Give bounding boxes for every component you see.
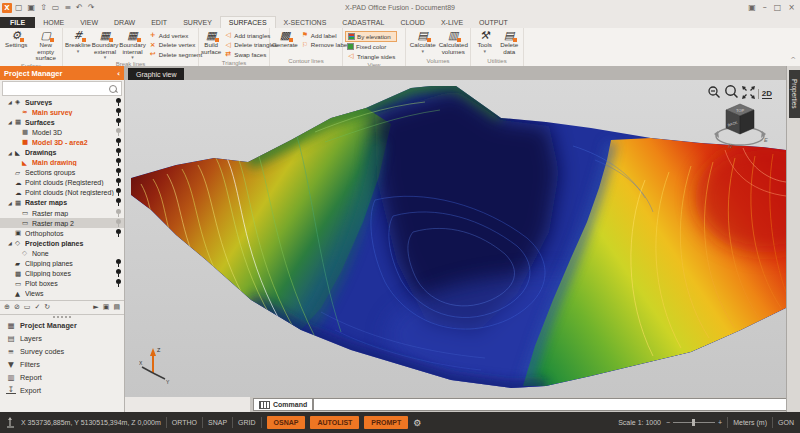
tree-item-raster-map[interactable]: ▭Raster map — [0, 208, 124, 218]
tree-item-main-drawing[interactable]: ◣Main drawing — [0, 158, 124, 168]
tree-item-surfaces[interactable]: ◢▦Surfaces — [0, 117, 124, 127]
tree-item-clipping-boxes[interactable]: ▩Clipping boxes — [0, 269, 124, 279]
save-icon[interactable]: ▣ — [28, 3, 36, 12]
tab-home[interactable]: HOME — [35, 17, 72, 28]
pin-icon[interactable] — [116, 229, 121, 238]
tab-file[interactable]: FILE — [0, 17, 35, 28]
collapse-ribbon-icon[interactable]: ^ — [790, 56, 796, 64]
tab-surfaces[interactable]: SURFACES — [220, 16, 276, 28]
tree-item-model-3d-area2[interactable]: ■Model 3D - area2 — [0, 137, 124, 147]
pin-icon[interactable] — [116, 188, 121, 197]
tab-cloud[interactable]: CLOUD — [392, 17, 433, 28]
command-tab[interactable]: Command — [253, 398, 313, 411]
delete-segment-button[interactable]: ↩ Delete segment — [147, 50, 204, 59]
pin-icon[interactable] — [116, 279, 121, 288]
sidebar-item-survey-codes[interactable]: ≡Survey codes — [0, 345, 124, 358]
sidebar-item-export[interactable]: ↧Export — [0, 384, 124, 397]
navigation-cube[interactable]: TOP BACK N E — [712, 100, 770, 154]
tree-item-surveys[interactable]: ◢◈Surveys — [0, 97, 124, 107]
tree-item-raster-map-2[interactable]: ▭Raster map 2 — [0, 218, 124, 228]
tree-item-drawings[interactable]: ◢◣Drawings — [0, 147, 124, 157]
pin-icon[interactable] — [116, 219, 121, 228]
tree-item-plot-boxes[interactable]: ▭Plot boxes — [0, 279, 124, 289]
delete-vertex-button[interactable]: × Delete vertex — [147, 41, 204, 50]
pin-icon[interactable] — [116, 178, 121, 187]
sidebar-item-report[interactable]: ▥Report — [0, 371, 124, 384]
expander-icon[interactable]: ◢ — [8, 119, 15, 125]
comment-icon[interactable]: ▭ — [24, 303, 31, 311]
triangle-sides-button[interactable]: ◁ Triangle sides — [345, 52, 397, 61]
fixed-color-button[interactable]: Fixed color — [345, 43, 397, 52]
pin-icon[interactable] — [116, 108, 121, 117]
expander-icon[interactable]: ◢ — [8, 200, 15, 206]
tree-item-none[interactable]: ◇None — [0, 248, 124, 258]
pin-icon[interactable] — [116, 198, 121, 207]
paste-icon[interactable]: ▤ — [113, 303, 120, 311]
apply-icon[interactable]: ✓ — [34, 303, 40, 311]
tree-item-main-survey[interactable]: ≈Main survey — [0, 107, 124, 117]
pin-icon[interactable] — [116, 138, 121, 147]
tab-survey[interactable]: SURVEY — [175, 17, 220, 28]
import-icon[interactable]: ⇧ — [40, 3, 47, 12]
tree-item-sections-groups[interactable]: ▱Sections groups — [0, 168, 124, 178]
copy-icon[interactable]: ▣ — [103, 303, 110, 311]
tab-x-live[interactable]: X-LIVE — [433, 17, 471, 28]
tab-view[interactable]: VIEW — [72, 17, 106, 28]
tab-output[interactable]: OUTPUT — [471, 17, 516, 28]
tab-draw[interactable]: DRAW — [106, 17, 143, 28]
search-icon[interactable] — [109, 85, 117, 93]
calculate-button[interactable]: ▤ Calculate ▾ — [408, 29, 438, 54]
pin-icon[interactable] — [116, 259, 121, 268]
tools-button[interactable]: ⚒ Tools ▾ — [473, 29, 497, 54]
collapse-panel-icon[interactable]: ‹ — [117, 69, 120, 78]
delete-data-button[interactable]: ▤ Delete data — [498, 29, 522, 55]
units-readout[interactable]: Meters (m) — [733, 419, 767, 426]
new-empty-surface-button[interactable]: ▢ New empty surface — [32, 29, 61, 62]
sidebar-item-filters[interactable]: ▼Filters — [0, 358, 124, 371]
pin-icon[interactable] — [116, 168, 121, 177]
sidebar-item-layers[interactable]: ▤Layers — [0, 332, 124, 345]
tree-item-point-clouds-registered[interactable]: ☁Point clouds (Registered) — [0, 178, 124, 188]
delete-icon[interactable]: ⊘ — [14, 303, 20, 311]
status-settings-icon[interactable]: ⚙ — [413, 418, 421, 428]
help-style-icon[interactable]: ▣ — [748, 3, 756, 12]
toggle-snap[interactable]: SNAP — [208, 419, 227, 426]
pin-icon[interactable] — [116, 158, 121, 167]
angle-units-readout[interactable]: GON — [778, 419, 794, 426]
search-input[interactable] — [3, 84, 109, 93]
calculated-volumes-button[interactable]: ▥ Calculated volumes — [439, 29, 469, 55]
pin-icon[interactable] — [116, 148, 121, 157]
by-elevation-button[interactable]: By elevation — [345, 31, 397, 42]
pin-icon[interactable] — [116, 128, 121, 137]
sidebar-item-project-manager[interactable]: ▦Project Manager — [0, 319, 124, 332]
undo-icon[interactable]: ↶ — [76, 3, 83, 12]
new-document-icon[interactable]: ▢ — [15, 3, 23, 12]
toggle-ortho[interactable]: ORTHO — [172, 419, 197, 426]
slider-thumb[interactable] — [692, 419, 695, 426]
expander-icon[interactable]: ◢ — [8, 240, 15, 246]
tree-item-orthophotos[interactable]: ▣Orthophotos — [0, 228, 124, 238]
close-icon[interactable]: × — [788, 3, 795, 12]
refresh-icon[interactable]: ↻ — [44, 303, 50, 311]
toggle-grid[interactable]: GRID — [238, 419, 256, 426]
tree-item-views[interactable]: ▲Views — [0, 289, 124, 299]
add-icon[interactable]: ⊕ — [4, 303, 10, 311]
command-input[interactable] — [313, 398, 800, 411]
slider-plus[interactable]: + — [718, 419, 722, 426]
toggle-autolist[interactable]: AUTOLIST — [310, 416, 359, 429]
list-icon[interactable]: ≡ — [64, 3, 71, 12]
toggle-prompt[interactable]: PROMPT — [364, 416, 408, 429]
tab-properties[interactable]: Properties — [789, 70, 800, 118]
breakline-button[interactable]: # Breakline ▾ — [65, 29, 91, 54]
tree-item-projection-planes[interactable]: ◢◇Projection planes — [0, 238, 124, 248]
tab-graphic-view[interactable]: Graphic view — [128, 68, 184, 80]
boundary-external-button[interactable]: ▦ Boundary external ▾ — [92, 29, 119, 60]
expander-icon[interactable]: ◢ — [8, 99, 15, 105]
pin-icon[interactable] — [116, 118, 121, 127]
graphic-view-canvas[interactable]: 2D TOP BACK N E — [125, 80, 786, 397]
select-icon[interactable]: ► — [93, 303, 98, 311]
tree-item-point-clouds-not-registered[interactable]: ☁Point clouds (Not registered) — [0, 188, 124, 198]
tab-x-sections[interactable]: X-SECTIONS — [276, 17, 335, 28]
tree-item-clipping-planes[interactable]: ▰Clipping planes — [0, 259, 124, 269]
tree-item-model-3d[interactable]: ■Model 3D — [0, 127, 124, 137]
